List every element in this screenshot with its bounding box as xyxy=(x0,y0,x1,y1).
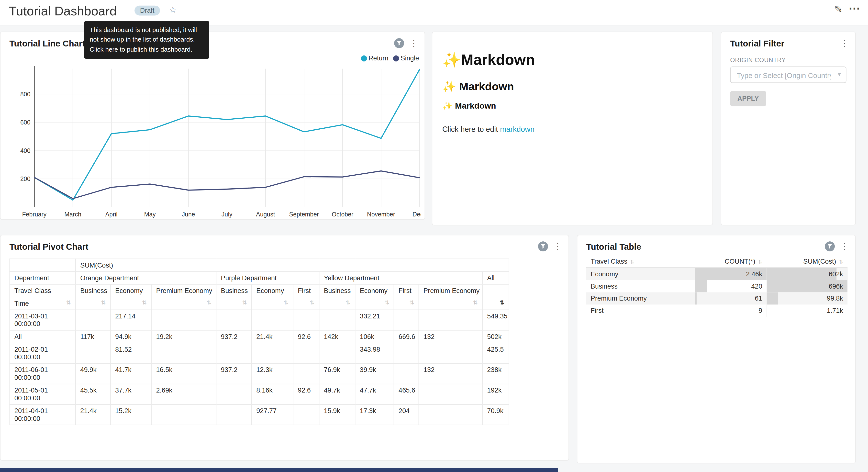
dashboard-app: Tutorial Dashboard Draft ☆ ✎ ⋯ This dash… xyxy=(0,0,868,472)
pivot-all-cell: 238k xyxy=(483,363,509,384)
apply-button[interactable]: APPLY xyxy=(730,91,766,106)
x-tick-label: February xyxy=(22,211,47,218)
origin-country-input[interactable] xyxy=(736,67,832,84)
pivot-value-cell: 217.14 xyxy=(111,310,152,330)
x-tick-label: October xyxy=(332,211,353,218)
pivot-value-cell: 41.7k xyxy=(111,363,152,384)
sort-icon[interactable]: ⇅ xyxy=(384,300,389,306)
pivot-sort-cell: ⇅ xyxy=(394,297,419,310)
pivot-value-cell xyxy=(216,310,252,330)
sort-icon[interactable]: ⇅ xyxy=(101,300,105,306)
table-row: Business420696k xyxy=(586,280,848,293)
pivot-all-cell: 425.5 xyxy=(483,343,509,364)
pivot-col-header: Economy xyxy=(355,285,394,297)
x-tick-label: April xyxy=(105,211,118,218)
kebab-menu-icon[interactable]: ⋮ xyxy=(840,241,849,252)
cross-filter-icon[interactable] xyxy=(538,241,548,252)
sum-cost-cell: 602k xyxy=(767,268,848,280)
sort-icon[interactable]: ⇅ xyxy=(473,300,478,306)
pivot-col-header: Premium Economy xyxy=(419,285,483,297)
kebab-menu-icon[interactable]: ⋮ xyxy=(409,38,418,48)
draft-status-badge[interactable]: Draft xyxy=(134,6,160,16)
pivot-value-cell: 17.3k xyxy=(355,405,394,425)
pivot-value-cell xyxy=(151,343,216,364)
sort-icon[interactable]: ⇅ xyxy=(409,300,414,306)
travel-class-cell: First xyxy=(586,304,695,317)
cross-filter-icon[interactable] xyxy=(825,241,835,252)
table-card: Tutorial Table ⋮ Travel Class⇅COUNT(*)⇅S… xyxy=(577,235,856,464)
column-header-travel-class[interactable]: Travel Class⇅ xyxy=(586,255,695,268)
favorite-star-icon[interactable]: ☆ xyxy=(169,4,177,15)
funnel-icon xyxy=(827,243,833,249)
sort-icon[interactable]: ⇅ xyxy=(630,259,634,265)
pivot-value-cell xyxy=(394,343,419,364)
pivot-all-cell: 502k xyxy=(483,330,509,343)
x-tick-label: June xyxy=(182,211,195,218)
markdown-card: ✨Markdown ✨ Markdown ✨ Markdown Click he… xyxy=(432,32,713,225)
column-header-count-[interactable]: COUNT(*)⇅ xyxy=(695,255,767,268)
pivot-row-header: All xyxy=(10,330,75,343)
pivot-value-cell xyxy=(293,363,319,384)
sort-icon[interactable]: ⇅ xyxy=(839,259,843,265)
column-header-sum-cost-[interactable]: SUM(Cost)⇅ xyxy=(767,255,848,268)
pivot-value-cell xyxy=(419,405,483,425)
dashboard-menu-icon[interactable]: ⋯ xyxy=(849,2,861,15)
partially-visible-card xyxy=(0,468,558,472)
pivot-sort-cell: ⇅ xyxy=(319,297,355,310)
line-chart-card-title: Tutorial Line Chart xyxy=(9,39,85,49)
sort-icon[interactable]: ⇅ xyxy=(500,300,504,306)
kebab-menu-icon[interactable]: ⋮ xyxy=(840,38,849,48)
pivot-sort-cell: ⇅ xyxy=(216,297,252,310)
x-tick-label: September xyxy=(289,211,319,218)
pivot-value-cell: 94.9k xyxy=(111,330,152,343)
table-row: First91.71k xyxy=(586,304,848,317)
pivot-value-cell: 39.9k xyxy=(355,363,394,384)
pivot-all-cell: 549.35 xyxy=(483,310,509,330)
x-tick-label: Dece xyxy=(412,211,421,218)
markdown-heading-3: ✨ Markdown xyxy=(442,101,703,111)
pivot-value-cell: 49.9k xyxy=(75,363,111,384)
pivot-value-cell: 927.77 xyxy=(252,405,293,425)
pivot-value-cell: 15.2k xyxy=(111,405,152,425)
column-header-label: SUM(Cost) xyxy=(803,258,836,265)
count-cell: 2.46k xyxy=(695,268,767,280)
pivot-col-header: Business xyxy=(319,285,355,297)
sort-icon[interactable]: ⇅ xyxy=(66,300,71,306)
sort-icon[interactable]: ⇅ xyxy=(284,300,288,306)
x-tick-label: August xyxy=(256,211,275,218)
pivot-col-header: First xyxy=(394,285,419,297)
pivot-row-header: 2011-03-01 00:00:00 xyxy=(10,310,75,330)
markdown-paragraph-text: Click here to edit xyxy=(442,125,500,134)
pivot-row: 2011-06-01 00:00:0049.9k41.7k16.5k937.21… xyxy=(10,363,509,384)
pivot-value-cell xyxy=(75,343,111,364)
edit-dashboard-icon[interactable]: ✎ xyxy=(834,3,843,16)
markdown-edit-link[interactable]: markdown xyxy=(500,125,534,134)
pivot-value-cell xyxy=(216,343,252,364)
pivot-sort-cell: ⇅ xyxy=(111,297,152,310)
pivot-value-cell xyxy=(216,384,252,405)
pivot-value-cell: 937.2 xyxy=(216,363,252,384)
sort-icon[interactable]: ⇅ xyxy=(310,300,314,306)
pivot-col-dim-header: Travel Class xyxy=(10,285,75,297)
cross-filter-icon[interactable] xyxy=(394,38,404,48)
kebab-menu-icon[interactable]: ⋮ xyxy=(554,241,562,252)
pivot-value-cell: 21.4k xyxy=(75,405,111,425)
pivot-group-header: Orange Department xyxy=(75,271,216,284)
sort-icon[interactable]: ⇅ xyxy=(207,300,212,306)
sort-icon[interactable]: ⇅ xyxy=(758,259,762,265)
pivot-value-cell xyxy=(151,310,216,330)
sort-icon[interactable]: ⇅ xyxy=(346,300,350,306)
pivot-sort-cell: ⇅ xyxy=(75,297,111,310)
origin-country-select[interactable]: ▾ xyxy=(730,66,846,83)
sort-icon[interactable]: ⇅ xyxy=(242,300,247,306)
markdown-heading-1: ✨Markdown xyxy=(442,51,703,68)
pivot-value-cell: 92.6 xyxy=(293,384,319,405)
pivot-table: SUM(Cost)DepartmentOrange DepartmentPurp… xyxy=(9,259,509,425)
pivot-value-cell xyxy=(419,310,483,330)
count-cell: 9 xyxy=(695,304,767,317)
x-tick-label: November xyxy=(367,211,395,218)
sort-icon[interactable]: ⇅ xyxy=(142,300,147,306)
column-header-label: COUNT(*) xyxy=(725,258,755,265)
pivot-sort-cell-active: ⇅ xyxy=(483,297,509,310)
x-tick-label: March xyxy=(64,211,81,218)
